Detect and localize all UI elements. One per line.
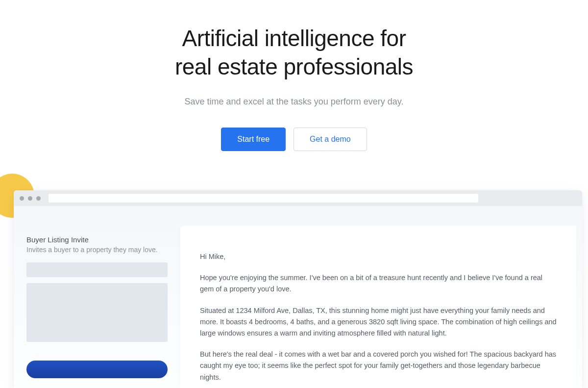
email-paragraph: Hope you're enjoying the summer. I've be… (200, 272, 557, 295)
page-headline: Artificial intelligence for real estate … (0, 25, 588, 81)
url-bar (49, 194, 478, 203)
headline-line2: real estate professionals (175, 54, 413, 79)
input-placeholder (26, 262, 168, 277)
product-mockup-window: Buyer Listing Invite Invites a buyer to … (14, 190, 582, 388)
start-free-button[interactable]: Start free (221, 128, 286, 151)
hero-section: Artificial intelligence for real estate … (0, 0, 588, 151)
mockup-sidebar: Buyer Listing Invite Invites a buyer to … (14, 206, 180, 388)
mockup-body: Buyer Listing Invite Invites a buyer to … (14, 206, 582, 388)
email-greeting: Hi Mike, (200, 251, 557, 262)
mockup-content: Hi Mike, Hope you're enjoying the summer… (180, 226, 576, 388)
sidebar-title: Buyer Listing Invite (26, 235, 168, 244)
sidebar-description: Invites a buyer to a property they may l… (26, 246, 168, 254)
cta-row: Start free Get a demo (0, 128, 588, 151)
traffic-light-icon (28, 196, 32, 201)
generate-button (26, 361, 168, 378)
email-body: Hi Mike, Hope you're enjoying the summer… (200, 251, 557, 388)
get-demo-button[interactable]: Get a demo (294, 128, 367, 151)
email-paragraph: But here's the real deal - it comes with… (200, 349, 557, 383)
window-chrome (14, 190, 582, 206)
email-paragraph: Situated at 1234 Milford Ave, Dallas, TX… (200, 305, 557, 339)
page-subheadline: Save time and excel at the tasks you per… (0, 97, 588, 107)
textarea-placeholder (26, 283, 168, 342)
traffic-light-icon (20, 196, 24, 201)
spacer (26, 342, 168, 346)
headline-line1: Artificial intelligence for (182, 26, 406, 51)
traffic-light-icon (36, 196, 41, 201)
